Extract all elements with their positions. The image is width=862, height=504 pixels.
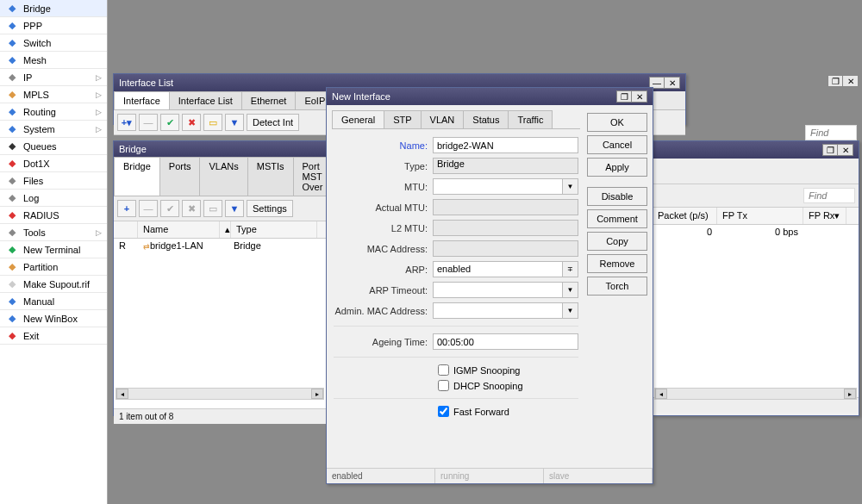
igmp-checkbox[interactable] [438,364,449,376]
remove-button[interactable]: — [139,200,158,217]
remove-button[interactable]: Remove [587,254,647,273]
torch-button[interactable]: Torch [587,277,647,296]
sidebar-item-new-winbox[interactable]: ◆New WinBox [0,310,107,327]
sidebar-item-bridge[interactable]: ◆Bridge [0,0,107,17]
find-input[interactable] [803,188,855,203]
tab-vlans[interactable]: VLANs [199,157,247,196]
filter-button[interactable]: ▼ [225,114,244,131]
sidebar-item-label: System [23,124,55,134]
find-input[interactable] [805,125,857,140]
comment-button[interactable]: ▭ [203,114,222,131]
sidebar-item-partition[interactable]: ◆Partition [0,258,107,276]
sidebar-item-label: RADIUS [23,210,59,221]
dlg-tab-stp[interactable]: STP [384,110,421,128]
name-input[interactable] [433,137,578,153]
sidebar-item-switch[interactable]: ◆Switch [0,34,107,52]
scroll-right[interactable]: ▸ [844,389,856,399]
close-button[interactable]: ✕ [838,144,853,156]
sidebar-item-ppp[interactable]: ◆PPP [0,17,107,34]
col-type[interactable]: Type [231,221,317,238]
close-button[interactable]: ✕ [632,90,647,103]
sidebar-item-routing[interactable]: ◆Routing▷ [0,103,107,121]
close-button[interactable]: ✕ [665,77,680,89]
dlg-tab-general[interactable]: General [332,110,384,128]
ageing-input[interactable] [433,333,578,350]
table-row[interactable]: R ⇄bridge1-LAN Bridge [114,239,326,252]
settings-button[interactable]: Settings [247,200,293,217]
disable-button[interactable]: ✖ [182,200,201,217]
mtu-input[interactable] [433,178,563,195]
menu-icon: ◆ [5,329,19,343]
tab-ports[interactable]: Ports [159,157,201,196]
fastforward-checkbox[interactable] [438,406,449,417]
restore-button[interactable]: ❐ [828,75,843,87]
enable-button[interactable]: ✔ [160,114,179,131]
iface-titlebar-right[interactable]: ❐ ✕ [653,141,859,159]
sidebar-item-mesh[interactable]: ◆Mesh [0,52,107,69]
comment-button[interactable]: Comment [587,209,647,228]
menu-icon: ◆ [5,53,19,67]
add-button[interactable]: +▾ [117,114,136,131]
enable-button[interactable]: ✔ [160,200,179,217]
sidebar-item-make-supout-rif[interactable]: ◆Make Supout.rif [0,276,107,293]
bridge-titlebar[interactable]: Bridge [114,141,326,157]
disable-button[interactable]: Disable [587,187,647,206]
sidebar-item-tools[interactable]: ◆Tools▷ [0,224,107,241]
detect-internet-button[interactable]: Detect Int [247,114,299,131]
admin-mac-dropdown[interactable]: ▼ [563,302,578,319]
sidebar-item-system[interactable]: ◆System▷ [0,121,107,138]
dhcp-checkbox[interactable] [438,380,449,391]
col-packet[interactable]: Packet (p/s) [653,208,717,224]
sidebar-item-ip[interactable]: ◆IP▷ [0,69,107,86]
interface-list-right: ❐ ✕ Packet (p/s) FP Tx FP Rx▾ 0 0 bps ◂ … [653,140,859,416]
tab-interface[interactable]: Interface [114,91,170,109]
arp-to-dropdown[interactable]: ▼ [563,282,578,298]
sidebar-item-dot1x[interactable]: ◆Dot1X [0,155,107,172]
sidebar-item-exit[interactable]: ◆Exit [0,327,107,345]
tab-interface-list[interactable]: Interface List [169,91,242,109]
sidebar-item-radius[interactable]: ◆RADIUS [0,207,107,224]
add-button[interactable]: + [117,200,136,217]
tab-bridge[interactable]: Bridge [114,157,160,196]
cancel-button[interactable]: Cancel [587,135,647,154]
scroll-left[interactable]: ◂ [655,389,667,399]
col-fprx[interactable]: FP Rx▾ [803,208,846,224]
tab-mstis[interactable]: MSTIs [247,157,294,196]
dialog-titlebar[interactable]: New Interface ❐ ✕ [327,88,653,105]
disable-button[interactable]: ✖ [182,114,201,131]
type-label: Type: [334,161,433,171]
menu-icon: ◆ [5,140,19,153]
admin-mac-input[interactable] [433,302,563,319]
sidebar-item-label: Partition [23,262,58,272]
apply-button[interactable]: Apply [587,158,647,177]
close-button[interactable]: ✕ [843,75,859,87]
col-flag[interactable] [114,221,138,238]
sidebar-item-new-terminal[interactable]: ◆New Terminal [0,241,107,258]
sidebar-item-log[interactable]: ◆Log [0,190,107,207]
sidebar-item-queues[interactable]: ◆Queues [0,138,107,155]
remove-button[interactable]: — [139,114,158,131]
dlg-tab-status[interactable]: Status [463,110,509,128]
filter-button[interactable]: ▼ [225,200,244,217]
col-sort[interactable]: ▴ [220,221,231,238]
sidebar-item-manual[interactable]: ◆Manual [0,293,107,310]
col-name[interactable]: Name [138,221,220,238]
copy-button[interactable]: Copy [587,232,647,251]
dlg-tab-vlan[interactable]: VLAN [421,110,465,128]
restore-button[interactable]: ❐ [616,90,632,103]
arp-select[interactable]: enabled [433,261,563,277]
arp-dropdown[interactable]: ∓ [563,261,578,277]
arp-timeout-input[interactable] [433,282,563,298]
sidebar-item-mpls[interactable]: ◆MPLS▷ [0,86,107,103]
comment-button[interactable]: ▭ [203,200,222,217]
dlg-tab-traffic[interactable]: Traffic [508,110,553,128]
col-fptx[interactable]: FP Tx [717,208,803,224]
tab-ethernet[interactable]: Ethernet [241,91,297,109]
scroll-left[interactable]: ◂ [116,389,128,399]
restore-button[interactable]: ❐ [822,144,838,156]
chevron-right-icon: ▷ [96,90,102,99]
sidebar-item-files[interactable]: ◆Files [0,172,107,190]
scroll-right[interactable]: ▸ [311,389,323,399]
mtu-dropdown[interactable]: ▼ [563,178,578,195]
ok-button[interactable]: OK [587,113,647,132]
